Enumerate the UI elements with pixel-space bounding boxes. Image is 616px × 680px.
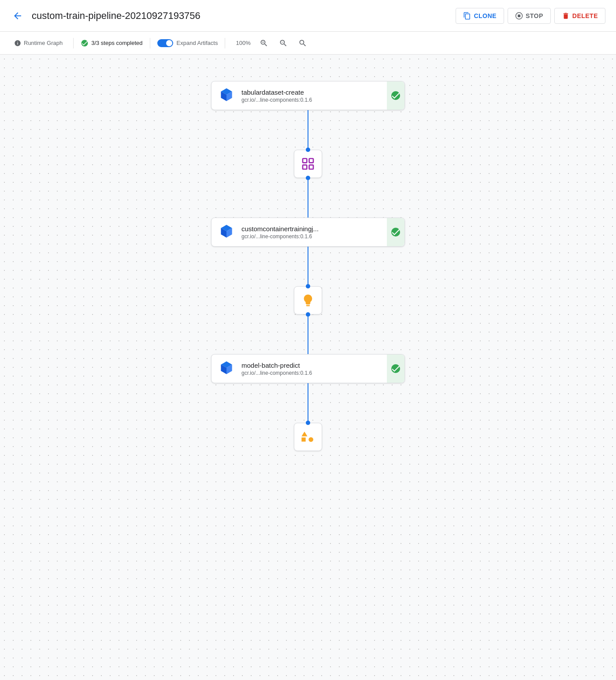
toolbar: Runtime Graph 3/3 steps completed Expand… [0, 32, 616, 55]
connector-4-dot-top [306, 312, 310, 317]
pipeline-node-2[interactable]: customcontainertrainingj... gcr.io/...li… [211, 218, 405, 247]
svg-rect-5 [309, 159, 313, 163]
node-3-name: model-batch-predict [241, 362, 397, 369]
connector-5 [308, 383, 308, 423]
header-actions: CLONE STOP DELETE [456, 8, 605, 24]
connector-2 [308, 178, 308, 218]
pipeline-node-1[interactable]: tabulardataset-create gcr.io/...line-com… [211, 81, 405, 110]
runtime-graph-button[interactable]: Runtime Graph [11, 38, 66, 48]
connector-5-dot-bottom [306, 421, 310, 425]
node-2-name: customcontainertrainingj... [241, 225, 397, 233]
zoom-out-button[interactable] [277, 37, 289, 49]
delete-label: DELETE [572, 12, 598, 19]
svg-rect-11 [301, 437, 305, 441]
svg-rect-9 [306, 304, 310, 304]
svg-rect-7 [309, 165, 313, 169]
back-button[interactable] [11, 9, 25, 23]
node-1-info: tabulardataset-create gcr.io/...line-com… [241, 89, 397, 103]
delete-button[interactable]: DELETE [554, 8, 605, 24]
clone-button[interactable]: CLONE [456, 8, 504, 24]
divider-2 [150, 38, 150, 48]
stop-label: STOP [526, 12, 543, 19]
pipeline-node-3[interactable]: model-batch-predict gcr.io/...line-compo… [211, 354, 405, 383]
artifact-node-3[interactable] [294, 423, 322, 451]
pipeline-canvas: tabulardataset-create gcr.io/...line-com… [0, 55, 616, 680]
svg-point-12 [308, 437, 313, 442]
node-2-icon [219, 223, 236, 241]
node-2-info: customcontainertrainingj... gcr.io/...li… [241, 225, 397, 240]
node-3-icon [219, 360, 236, 377]
node-1-name: tabulardataset-create [241, 89, 397, 96]
svg-rect-6 [303, 165, 307, 169]
node-3-subtitle: gcr.io/...line-components:0.1.6 [241, 370, 397, 376]
connector-3 [308, 247, 308, 286]
connector-4 [308, 314, 308, 354]
node-2-subtitle: gcr.io/...line-components:0.1.6 [241, 233, 397, 240]
artifact-node-1[interactable] [294, 150, 322, 178]
node-3-status [387, 355, 404, 383]
zoom-in-button[interactable] [258, 37, 270, 49]
artifact-node-2[interactable] [294, 286, 322, 314]
expand-artifacts-toggle[interactable]: Expand Artifacts [157, 39, 218, 47]
divider-1 [73, 38, 74, 48]
svg-point-2 [82, 40, 88, 46]
svg-rect-1 [518, 15, 520, 17]
steps-completed: 3/3 steps completed [81, 39, 142, 47]
expand-artifacts-label: Expand Artifacts [177, 40, 218, 46]
pipeline-flow: tabulardataset-create gcr.io/...line-com… [211, 81, 405, 451]
node-3-info: model-batch-predict gcr.io/...line-compo… [241, 362, 397, 376]
svg-rect-4 [303, 159, 307, 163]
node-2-status [387, 218, 404, 246]
svg-point-8 [391, 228, 400, 237]
zoom-reset-button[interactable] [297, 37, 309, 49]
divider-3 [225, 38, 225, 48]
clone-label: CLONE [474, 12, 497, 19]
page-title: custom-train-pipeline-20210927193756 [32, 10, 456, 22]
stop-button[interactable]: STOP [508, 8, 551, 24]
svg-point-3 [391, 91, 400, 100]
connector-2-dot-top [306, 176, 310, 180]
connector-1 [308, 110, 308, 150]
node-1-status [387, 81, 404, 110]
connector-1-dot-bottom [306, 148, 310, 152]
svg-point-10 [391, 364, 400, 373]
node-1-icon [219, 87, 236, 104]
toggle[interactable] [157, 39, 173, 47]
node-1-subtitle: gcr.io/...line-components:0.1.6 [241, 97, 397, 103]
runtime-graph-label: Runtime Graph [24, 40, 63, 46]
connector-3-dot-bottom [306, 284, 310, 288]
page-header: custom-train-pipeline-20210927193756 CLO… [0, 0, 616, 32]
steps-completed-label: 3/3 steps completed [91, 40, 142, 46]
zoom-level: 100% [236, 40, 250, 46]
